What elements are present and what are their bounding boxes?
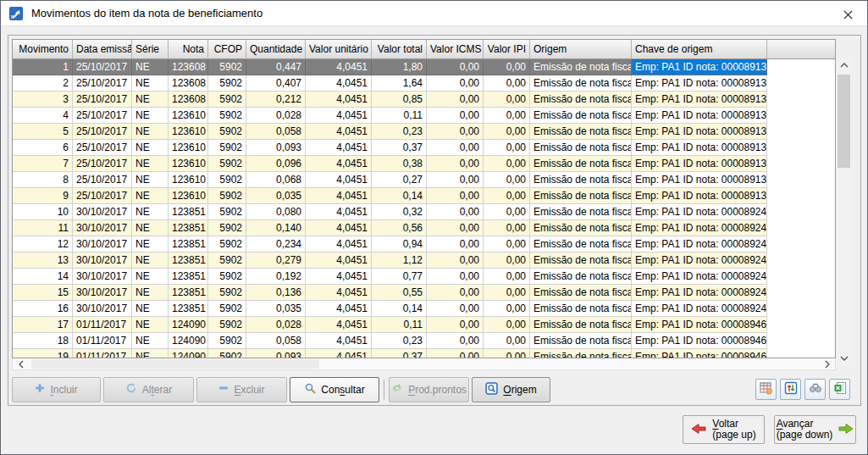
- cell-cfop: 5902: [208, 75, 246, 92]
- avancar-page-down-button[interactable]: Avançar(page down): [774, 415, 856, 444]
- cell-movimento: 12: [13, 236, 73, 252]
- excluir-button: Excluir: [196, 377, 287, 402]
- cell-movimento: 13: [13, 252, 73, 269]
- table-row[interactable]: 525/10/2017NE12361059020,0584,04510,230,…: [13, 124, 835, 140]
- table-row[interactable]: 425/10/2017NE12361059020,0284,04510,110,…: [13, 108, 835, 124]
- sort-button[interactable]: [780, 379, 801, 400]
- table-row[interactable]: 1030/10/2017NE12385159020,0804,04510,320…: [13, 204, 835, 220]
- magnifier-icon: [304, 382, 316, 397]
- column-header-movimento[interactable]: Movimento: [13, 40, 73, 59]
- column-header-origem[interactable]: Origem: [530, 40, 632, 59]
- cell-cfop: 5902: [208, 172, 246, 188]
- horizontal-scrollbar-thumb[interactable]: [31, 359, 319, 369]
- cell-movimento: 1: [13, 59, 73, 75]
- cell-data-emissao: 30/10/2017: [73, 220, 132, 236]
- cell-nota: 123610: [169, 124, 208, 140]
- cell-data-emissao: 25/10/2017: [73, 59, 132, 75]
- cell-movimento: 18: [13, 333, 73, 349]
- cell-valor-icms: 0,00: [427, 220, 484, 236]
- table-row[interactable]: 1701/11/2017NE12409059020,0284,04510,110…: [13, 317, 835, 333]
- column-header-valor-unitario[interactable]: Valor unitário: [306, 40, 372, 59]
- scroll-left-icon[interactable]: [14, 358, 27, 369]
- vertical-scrollbar-thumb[interactable]: [838, 75, 850, 168]
- column-header-serie[interactable]: Série: [132, 40, 169, 59]
- table-row[interactable]: 325/10/2017NE12360859020,2124,04510,850,…: [13, 92, 835, 108]
- cell-serie: NE: [132, 204, 169, 220]
- cell-chave-de-origem: Emp: PA1 ID nota: 000089137: [632, 172, 767, 188]
- cell-data-emissao: 25/10/2017: [73, 140, 132, 156]
- cell-chave-de-origem: Emp: PA1 ID nota: 000089468: [632, 317, 767, 333]
- find-button[interactable]: [804, 379, 826, 400]
- cell-valor-ipi: 0,00: [484, 333, 530, 349]
- cell-chave-de-origem: Emp: PA1 ID nota: 000089132: [632, 59, 767, 75]
- cell-data-emissao: 25/10/2017: [73, 156, 132, 172]
- cell-chave-de-origem: Emp: PA1 ID nota: 000089247: [632, 252, 767, 269]
- column-header-valor-total[interactable]: Valor total: [372, 40, 427, 59]
- table-row[interactable]: 725/10/2017NE12361059020,0964,04510,380,…: [13, 156, 835, 172]
- voltar-page-up-button[interactable]: Voltar(page up): [683, 415, 765, 444]
- table-row[interactable]: 1430/10/2017NE12385159020,1924,04510,770…: [13, 269, 835, 285]
- cell-serie: NE: [132, 108, 169, 124]
- toolbar: IncluirAlterarExcluirConsultarProd.pront…: [12, 376, 857, 402]
- table-row[interactable]: 1530/10/2017NE12385159020,1364,04510,550…: [13, 285, 835, 301]
- table-row[interactable]: 1330/10/2017NE12385159020,2794,04511,120…: [13, 252, 835, 269]
- column-header-cfop[interactable]: CFOP: [208, 40, 246, 59]
- horizontal-scrollbar[interactable]: [12, 358, 836, 370]
- column-header-valor-ipi[interactable]: Valor IPI: [484, 40, 530, 59]
- export-excel-button[interactable]: [829, 379, 850, 400]
- cell-nota: 123610: [169, 140, 208, 156]
- cell-valor-icms: 0,00: [427, 285, 484, 301]
- scroll-down-icon[interactable]: [837, 352, 851, 364]
- cell-quantidade: 0,234: [246, 236, 306, 252]
- cell-cfop: 5902: [208, 124, 246, 140]
- cell-serie: NE: [132, 301, 169, 317]
- origem-button[interactable]: Origem: [472, 377, 550, 402]
- cell-nota: 123851: [169, 301, 208, 317]
- cell-origem: Emissão de nota fiscal: [530, 349, 632, 358]
- cell-cfop: 5902: [208, 301, 246, 317]
- grid-settings-button[interactable]: [755, 379, 777, 400]
- cell-valor-icms: 0,00: [427, 317, 484, 333]
- cell-valor-icms: 0,00: [427, 140, 484, 156]
- column-header-quantidade[interactable]: Quantidade: [246, 40, 306, 59]
- table-row[interactable]: 625/10/2017NE12361059020,0934,04510,370,…: [13, 140, 835, 156]
- cell-serie: NE: [132, 59, 169, 75]
- consultar-button[interactable]: Consultar: [290, 377, 379, 402]
- cell-origem: Emissão de nota fiscal: [530, 172, 632, 188]
- table-row[interactable]: 825/10/2017NE12361059020,0684,04510,270,…: [13, 172, 835, 188]
- cell-origem: Emissão de nota fiscal: [530, 317, 632, 333]
- vertical-scrollbar[interactable]: [837, 58, 851, 364]
- cell-valor-unitario: 4,0451: [306, 220, 372, 236]
- cell-movimento: 17: [13, 317, 73, 333]
- table-row[interactable]: 1901/11/2017NE12409059020,0934,04510,370…: [13, 349, 835, 358]
- cell-chave-de-origem: Emp: PA1 ID nota: 000089468: [632, 349, 767, 358]
- table-row[interactable]: 925/10/2017NE12361059020,0354,04510,140,…: [13, 188, 835, 204]
- column-header-chave-de-origem[interactable]: Chave de origem: [632, 40, 767, 59]
- table-row[interactable]: 1630/10/2017NE12385159020,0354,04510,140…: [13, 301, 835, 317]
- refresh-icon: [125, 382, 137, 397]
- table-row[interactable]: 225/10/2017NE12360859020,4074,04511,640,…: [13, 75, 835, 92]
- close-icon[interactable]: [840, 7, 855, 22]
- table-row[interactable]: 125/10/2017NE12360859020,4474,04511,800,…: [13, 59, 835, 75]
- cell-movimento: 10: [13, 204, 73, 220]
- table-row[interactable]: 1230/10/2017NE12385159020,2344,04510,940…: [13, 236, 835, 252]
- column-header-nota[interactable]: Nota: [169, 40, 208, 59]
- cell-movimento: 2: [13, 75, 73, 92]
- grid-rows: 125/10/2017NE12360859020,4474,04511,800,…: [13, 59, 835, 358]
- scroll-right-icon[interactable]: [821, 358, 833, 369]
- column-header-data-emissao[interactable]: Data emissão: [73, 40, 132, 59]
- cell-movimento: 16: [13, 301, 73, 317]
- table-row[interactable]: 1801/11/2017NE12409059020,0584,04510,230…: [13, 333, 835, 349]
- cell-chave-de-origem: Emp: PA1 ID nota: 000089247: [632, 220, 767, 236]
- cell-valor-unitario: 4,0451: [306, 269, 372, 285]
- plus-icon: [35, 383, 45, 396]
- cell-valor-icms: 0,00: [427, 59, 484, 75]
- cell-cfop: 5902: [208, 333, 246, 349]
- scroll-up-icon[interactable]: [837, 58, 851, 71]
- cell-valor-ipi: 0,00: [484, 285, 530, 301]
- title-bar: Movimentos do item da nota de beneficiam…: [1, 1, 867, 26]
- cell-valor-icms: 0,00: [427, 252, 484, 269]
- column-header-valor-icms[interactable]: Valor ICMS: [427, 40, 484, 59]
- grid-panel: MovimentoData emissãoSérieNotaCFOPQuanti…: [8, 35, 861, 406]
- table-row[interactable]: 1130/10/2017NE12385159020,1404,04510,560…: [13, 220, 835, 236]
